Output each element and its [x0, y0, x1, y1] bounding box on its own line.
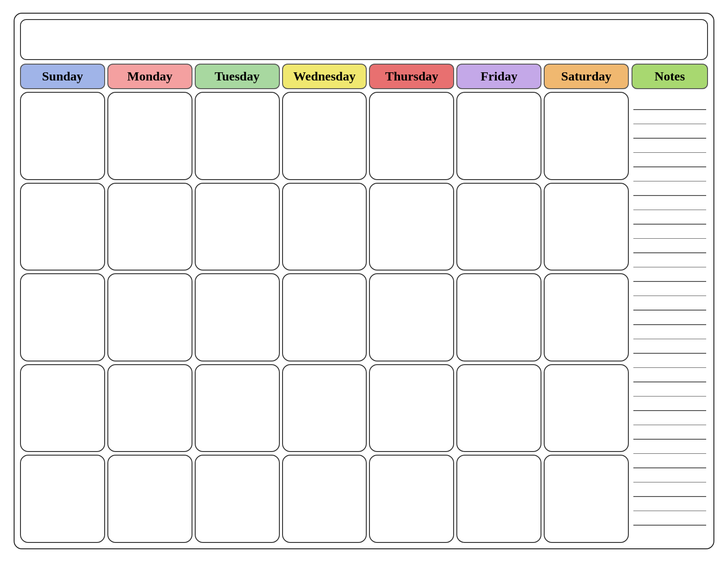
notes-lines-container[interactable] [632, 92, 708, 543]
day-cell[interactable] [456, 364, 541, 452]
calendar-rows [20, 92, 629, 543]
day-cell[interactable] [20, 455, 105, 543]
day-cell[interactable] [456, 273, 541, 361]
day-cell[interactable] [282, 455, 367, 543]
day-cell[interactable] [195, 455, 280, 543]
notes-line [633, 310, 706, 311]
day-cell[interactable] [107, 92, 192, 180]
notes-line [633, 482, 706, 483]
day-cell[interactable] [369, 273, 454, 361]
calendar-row [20, 183, 629, 271]
calendar-grid: SundayMondayTuesdayWednesdayThursdayFrid… [20, 64, 629, 543]
day-cell[interactable] [544, 92, 629, 180]
day-header-sunday: Sunday [20, 64, 105, 89]
notes-line [633, 224, 706, 225]
day-cell[interactable] [456, 455, 541, 543]
calendar-row [20, 273, 629, 361]
day-cell[interactable] [369, 183, 454, 271]
day-cell[interactable] [369, 92, 454, 180]
notes-line [633, 439, 706, 440]
day-cell[interactable] [369, 455, 454, 543]
day-cell[interactable] [282, 364, 367, 452]
day-cell[interactable] [456, 183, 541, 271]
notes-header: Notes [632, 64, 708, 89]
day-cell[interactable] [544, 364, 629, 452]
day-cell[interactable] [107, 455, 192, 543]
notes-line [633, 496, 706, 497]
day-cell[interactable] [195, 364, 280, 452]
day-cell[interactable] [456, 92, 541, 180]
day-cell[interactable] [369, 364, 454, 452]
day-header-tuesday: Tuesday [195, 64, 280, 89]
notes-line [633, 166, 706, 167]
day-cell[interactable] [107, 273, 192, 361]
title-bar[interactable] [20, 19, 708, 60]
day-headers: SundayMondayTuesdayWednesdayThursdayFrid… [20, 64, 629, 89]
notes-line [633, 267, 706, 268]
day-cell[interactable] [544, 273, 629, 361]
day-header-thursday: Thursday [369, 64, 454, 89]
day-cell[interactable] [20, 273, 105, 361]
notes-line [633, 339, 706, 340]
day-cell[interactable] [20, 364, 105, 452]
day-cell[interactable] [282, 183, 367, 271]
notes-line [633, 324, 706, 325]
day-cell[interactable] [20, 183, 105, 271]
calendar-row [20, 364, 629, 452]
day-cell[interactable] [282, 92, 367, 180]
day-header-friday: Friday [456, 64, 541, 89]
calendar-main: SundayMondayTuesdayWednesdayThursdayFrid… [20, 64, 708, 543]
notes-line [633, 367, 706, 368]
day-cell[interactable] [20, 92, 105, 180]
notes-line [633, 238, 706, 239]
calendar-row [20, 92, 629, 180]
notes-line [633, 410, 706, 411]
notes-line [633, 453, 706, 454]
notes-line [633, 511, 706, 512]
calendar-wrapper: SundayMondayTuesdayWednesdayThursdayFrid… [14, 13, 714, 549]
notes-line [633, 467, 706, 468]
notes-line [633, 138, 706, 139]
day-header-saturday: Saturday [544, 64, 629, 89]
notes-column: Notes [632, 64, 708, 543]
day-cell[interactable] [107, 364, 192, 452]
calendar-row [20, 455, 629, 543]
day-cell[interactable] [282, 273, 367, 361]
day-cell[interactable] [195, 92, 280, 180]
notes-line [633, 353, 706, 354]
notes-line [633, 252, 706, 253]
notes-line [633, 281, 706, 282]
day-cell[interactable] [544, 183, 629, 271]
notes-line [633, 124, 706, 125]
day-header-wednesday: Wednesday [282, 64, 367, 89]
notes-line [633, 195, 706, 196]
notes-line [633, 296, 706, 296]
notes-line [633, 381, 706, 382]
day-cell[interactable] [195, 273, 280, 361]
notes-line [633, 425, 706, 426]
notes-line [633, 181, 706, 182]
day-header-monday: Monday [107, 64, 192, 89]
notes-line [633, 525, 706, 526]
notes-line [633, 210, 706, 211]
notes-line [633, 109, 706, 110]
day-cell[interactable] [107, 183, 192, 271]
day-cell[interactable] [544, 455, 629, 543]
day-cell[interactable] [195, 183, 280, 271]
notes-line [633, 152, 706, 153]
notes-line [633, 396, 706, 397]
